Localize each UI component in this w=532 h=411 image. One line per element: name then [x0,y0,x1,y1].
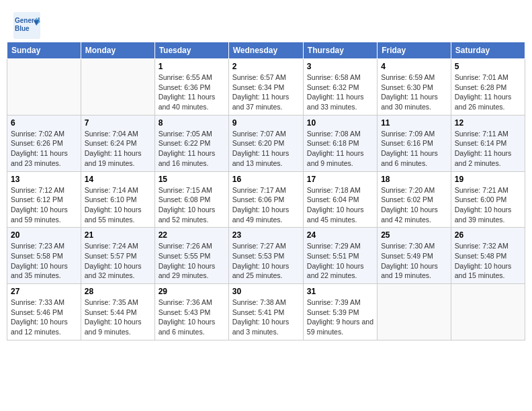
day-detail: Sunrise: 6:58 AMSunset: 6:32 PMDaylight:… [307,73,373,112]
svg-text:Blue: Blue [15,25,30,32]
column-header-wednesday: Wednesday [228,42,303,59]
day-detail: Sunrise: 7:04 AMSunset: 6:24 PMDaylight:… [85,129,151,169]
calendar-cell: 11Sunrise: 7:09 AMSunset: 6:16 PMDayligh… [378,115,451,171]
day-number: 28 [85,287,151,296]
day-detail: Sunrise: 7:08 AMSunset: 6:18 PMDaylight:… [307,129,373,169]
column-header-monday: Monday [81,42,154,59]
calendar-cell: 12Sunrise: 7:11 AMSunset: 6:14 PMDayligh… [451,115,525,171]
day-number: 1 [159,62,225,71]
calendar-cell: 27Sunrise: 7:33 AMSunset: 5:46 PMDayligh… [7,284,81,340]
day-detail: Sunrise: 7:38 AMSunset: 5:41 PMDaylight:… [232,298,300,337]
calendar-header-row: SundayMondayTuesdayWednesdayThursdayFrid… [7,42,525,59]
calendar-cell: 16Sunrise: 7:17 AMSunset: 6:06 PMDayligh… [228,171,303,228]
day-detail: Sunrise: 7:18 AMSunset: 6:04 PMDaylight:… [307,185,373,225]
day-detail: Sunrise: 7:14 AMSunset: 6:10 PMDaylight:… [85,185,151,225]
calendar-cell [451,284,525,340]
day-number: 29 [159,287,225,296]
logo-icon: General Blue [13,12,38,36]
calendar-cell: 23Sunrise: 7:27 AMSunset: 5:53 PMDayligh… [228,228,303,284]
day-detail: Sunrise: 6:59 AMSunset: 6:30 PMDaylight:… [381,73,447,112]
day-number: 24 [307,230,373,240]
calendar-cell: 3Sunrise: 6:58 AMSunset: 6:32 PMDaylight… [303,59,377,116]
day-detail: Sunrise: 7:11 AMSunset: 6:14 PMDaylight:… [455,129,521,169]
calendar-cell: 29Sunrise: 7:36 AMSunset: 5:43 PMDayligh… [154,284,228,340]
calendar-cell: 31Sunrise: 7:39 AMSunset: 5:39 PMDayligh… [303,284,377,340]
calendar-week-row: 6Sunrise: 7:02 AMSunset: 6:26 PMDaylight… [7,115,525,171]
calendar-cell: 5Sunrise: 7:01 AMSunset: 6:28 PMDaylight… [451,59,525,116]
day-detail: Sunrise: 7:30 AMSunset: 5:49 PMDaylight:… [381,241,447,281]
calendar-cell: 6Sunrise: 7:02 AMSunset: 6:26 PMDaylight… [7,115,81,171]
day-number: 2 [232,62,300,71]
day-detail: Sunrise: 7:15 AMSunset: 6:08 PMDaylight:… [159,185,225,225]
calendar-week-row: 27Sunrise: 7:33 AMSunset: 5:46 PMDayligh… [7,284,525,340]
calendar-cell: 1Sunrise: 6:55 AMSunset: 6:36 PMDaylight… [154,59,228,116]
calendar-cell: 14Sunrise: 7:14 AMSunset: 6:10 PMDayligh… [81,171,154,228]
day-detail: Sunrise: 7:23 AMSunset: 5:58 PMDaylight:… [11,241,77,281]
day-number: 25 [381,230,447,240]
day-number: 26 [455,230,521,240]
day-detail: Sunrise: 7:07 AMSunset: 6:20 PMDaylight:… [232,129,300,169]
day-number: 30 [232,287,300,296]
day-detail: Sunrise: 6:57 AMSunset: 6:34 PMDaylight:… [232,73,300,112]
day-detail: Sunrise: 7:01 AMSunset: 6:28 PMDaylight:… [455,73,521,112]
day-number: 8 [159,118,225,128]
day-number: 9 [232,118,300,128]
calendar-cell [7,59,81,116]
day-detail: Sunrise: 7:02 AMSunset: 6:26 PMDaylight:… [11,129,77,169]
calendar-cell: 17Sunrise: 7:18 AMSunset: 6:04 PMDayligh… [303,171,377,228]
day-number: 13 [11,175,77,184]
day-detail: Sunrise: 7:29 AMSunset: 5:51 PMDaylight:… [307,241,373,281]
day-number: 27 [11,287,77,296]
day-detail: Sunrise: 7:33 AMSunset: 5:46 PMDaylight:… [11,298,77,337]
day-detail: Sunrise: 7:12 AMSunset: 6:12 PMDaylight:… [11,185,77,225]
day-number: 18 [381,175,447,184]
column-header-tuesday: Tuesday [154,42,228,59]
day-detail: Sunrise: 7:35 AMSunset: 5:44 PMDaylight:… [85,298,151,337]
day-number: 5 [455,62,521,71]
calendar-cell: 19Sunrise: 7:21 AMSunset: 6:00 PMDayligh… [451,171,525,228]
day-number: 21 [85,230,151,240]
calendar-cell: 26Sunrise: 7:32 AMSunset: 5:48 PMDayligh… [451,228,525,284]
calendar-week-row: 13Sunrise: 7:12 AMSunset: 6:12 PMDayligh… [7,171,525,228]
day-detail: Sunrise: 7:24 AMSunset: 5:57 PMDaylight:… [85,241,151,281]
column-header-thursday: Thursday [303,42,377,59]
calendar-cell: 24Sunrise: 7:29 AMSunset: 5:51 PMDayligh… [303,228,377,284]
day-number: 19 [455,175,521,184]
calendar-cell: 28Sunrise: 7:35 AMSunset: 5:44 PMDayligh… [81,284,154,340]
day-detail: Sunrise: 7:32 AMSunset: 5:48 PMDaylight:… [455,241,521,281]
day-detail: Sunrise: 7:39 AMSunset: 5:39 PMDaylight:… [307,298,373,337]
calendar-week-row: 1Sunrise: 6:55 AMSunset: 6:36 PMDaylight… [7,59,525,116]
day-number: 15 [159,175,225,184]
day-number: 4 [381,62,447,71]
calendar-cell: 21Sunrise: 7:24 AMSunset: 5:57 PMDayligh… [81,228,154,284]
day-number: 11 [381,118,447,128]
calendar-cell: 8Sunrise: 7:05 AMSunset: 6:22 PMDaylight… [154,115,228,171]
day-number: 31 [307,287,373,296]
day-number: 23 [232,230,300,240]
calendar-cell: 10Sunrise: 7:08 AMSunset: 6:18 PMDayligh… [303,115,377,171]
day-detail: Sunrise: 7:17 AMSunset: 6:06 PMDaylight:… [232,185,300,225]
day-detail: Sunrise: 6:55 AMSunset: 6:36 PMDaylight:… [159,73,225,112]
day-number: 16 [232,175,300,184]
day-detail: Sunrise: 7:09 AMSunset: 6:16 PMDaylight:… [381,129,447,169]
column-header-friday: Friday [378,42,451,59]
calendar-cell: 30Sunrise: 7:38 AMSunset: 5:41 PMDayligh… [228,284,303,340]
calendar-cell: 4Sunrise: 6:59 AMSunset: 6:30 PMDaylight… [378,59,451,116]
calendar-week-row: 20Sunrise: 7:23 AMSunset: 5:58 PMDayligh… [7,228,525,284]
calendar-cell: 9Sunrise: 7:07 AMSunset: 6:20 PMDaylight… [228,115,303,171]
calendar-cell: 7Sunrise: 7:04 AMSunset: 6:24 PMDaylight… [81,115,154,171]
day-detail: Sunrise: 7:05 AMSunset: 6:22 PMDaylight:… [159,129,225,169]
day-detail: Sunrise: 7:20 AMSunset: 6:02 PMDaylight:… [381,185,447,225]
day-number: 17 [307,175,373,184]
day-number: 6 [11,118,77,128]
day-detail: Sunrise: 7:27 AMSunset: 5:53 PMDaylight:… [232,241,300,281]
logo: General Blue [13,12,40,36]
day-detail: Sunrise: 7:26 AMSunset: 5:55 PMDaylight:… [159,241,225,281]
calendar-table: SundayMondayTuesdayWednesdayThursdayFrid… [7,42,525,340]
day-number: 20 [11,230,77,240]
calendar-cell: 20Sunrise: 7:23 AMSunset: 5:58 PMDayligh… [7,228,81,284]
day-number: 22 [159,230,225,240]
day-number: 3 [307,62,373,71]
calendar-cell [81,59,154,116]
day-number: 14 [85,175,151,184]
